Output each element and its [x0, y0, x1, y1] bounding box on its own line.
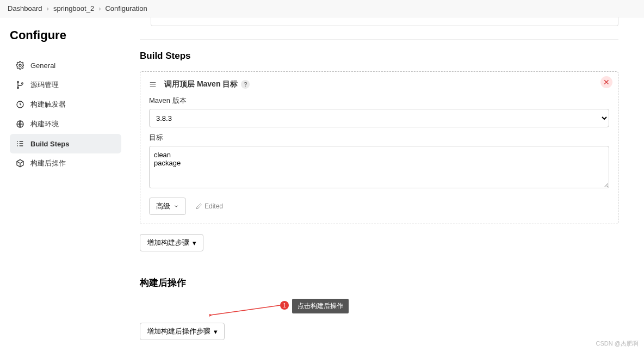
sidebar-item-label: 构建后操作	[30, 158, 66, 168]
svg-point-0	[19, 64, 21, 66]
package-icon	[15, 158, 25, 168]
list-icon	[15, 139, 25, 149]
sidebar: Configure General 源码管理 构建触发器 构建环境	[0, 17, 128, 351]
drag-handle-icon[interactable]	[149, 81, 159, 88]
step-title: 调用顶层 Maven 目标	[164, 79, 238, 89]
clock-icon	[15, 100, 25, 109]
sidebar-item-post-build[interactable]: 构建后操作	[10, 153, 121, 173]
sidebar-item-env[interactable]: 构建环境	[10, 114, 121, 134]
gear-icon	[15, 60, 25, 70]
globe-icon	[15, 119, 25, 129]
svg-point-3	[22, 83, 23, 84]
annotation-number-badge: 1	[280, 301, 289, 310]
remove-step-button[interactable]: ✕	[600, 76, 612, 88]
svg-point-1	[17, 81, 19, 83]
sidebar-item-build-steps[interactable]: Build Steps	[10, 134, 121, 153]
breadcrumb-item[interactable]: springboot_2	[53, 4, 94, 13]
chevron-right-icon: ›	[98, 4, 101, 13]
sidebar-item-scm[interactable]: 源码管理	[10, 75, 121, 95]
breadcrumb-item[interactable]: Dashboard	[8, 4, 42, 13]
advanced-label: 高级	[156, 201, 170, 211]
sidebar-item-label: 构建环境	[30, 119, 59, 129]
maven-version-label: Maven 版本	[149, 96, 609, 106]
maven-version-select[interactable]: 3.8.3	[149, 109, 609, 127]
pencil-icon	[196, 203, 202, 210]
build-step-card: 调用顶层 Maven 目标 ? ✕ Maven 版本 3.8.3 目标 高级	[140, 71, 618, 224]
branch-icon	[15, 80, 25, 90]
annotation-arrow-icon	[209, 302, 286, 318]
goals-label: 目标	[149, 133, 609, 143]
sidebar-item-label: General	[30, 61, 55, 70]
caret-down-icon: ▾	[193, 239, 196, 247]
help-icon[interactable]: ?	[241, 80, 250, 89]
post-build-heading: 构建后操作	[140, 276, 618, 289]
edited-indicator: Edited	[196, 202, 223, 210]
sidebar-item-label: 源码管理	[30, 80, 59, 90]
advanced-button[interactable]: 高级	[149, 198, 186, 215]
breadcrumb-item[interactable]: Configuration	[105, 4, 147, 13]
breadcrumb: Dashboard › springboot_2 › Configuration	[0, 0, 644, 17]
previous-card-fragment	[151, 17, 618, 26]
annotation-text: 点击构建后操作	[292, 299, 349, 313]
sidebar-item-general[interactable]: General	[10, 56, 121, 75]
annotation-callout: 1 点击构建后操作	[140, 299, 618, 317]
build-steps-heading: Build Steps	[140, 51, 618, 61]
sidebar-item-triggers[interactable]: 构建触发器	[10, 95, 121, 114]
page-title: Configure	[10, 28, 121, 42]
add-post-build-action-button[interactable]: 增加构建后操作步骤 ▾	[140, 323, 225, 340]
add-build-step-button[interactable]: 增加构建步骤 ▾	[140, 234, 203, 251]
goals-textarea[interactable]	[149, 146, 609, 188]
sidebar-item-label: 构建触发器	[30, 100, 66, 109]
main-content: Build Steps 调用顶层 Maven 目标 ? ✕ Maven 版本 3…	[128, 17, 628, 351]
svg-point-2	[17, 87, 19, 89]
sidebar-item-label: Build Steps	[30, 140, 70, 148]
watermark: CSDN @杰肥啊	[596, 340, 639, 348]
chevron-right-icon: ›	[47, 4, 49, 13]
caret-down-icon: ▾	[214, 328, 218, 336]
svg-line-6	[210, 305, 280, 315]
add-post-build-action-label: 增加构建后操作步骤	[147, 327, 210, 336]
chevron-down-icon	[174, 204, 179, 209]
add-build-step-label: 增加构建步骤	[147, 238, 189, 248]
close-icon: ✕	[603, 78, 610, 87]
